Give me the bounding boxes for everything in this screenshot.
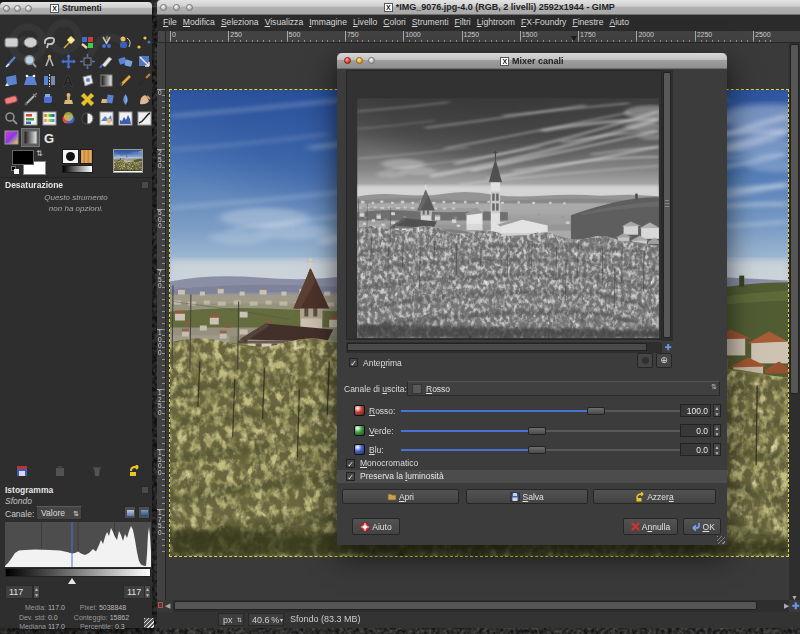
svg-text:A: A <box>63 73 73 88</box>
svg-text:G: G <box>44 131 54 146</box>
